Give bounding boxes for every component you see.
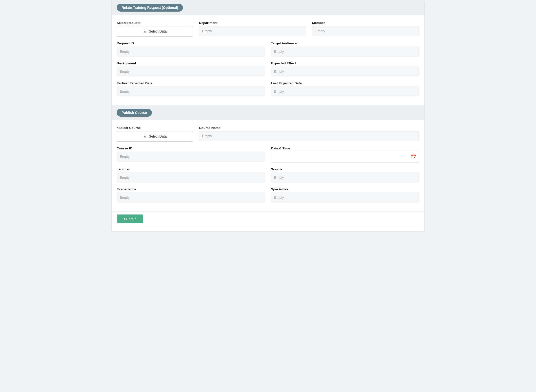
database-icon-2: 🗄 (143, 134, 147, 139)
specialties-placeholder: Empty (274, 196, 284, 199)
database-icon-1: 🗄 (143, 29, 147, 34)
experience-input: Empty (117, 193, 265, 202)
course-id-col: Course ID Empty (117, 146, 265, 162)
request-id-label: Request ID (117, 41, 265, 45)
relate-training-row-2: Request ID Empty Target Audience Empty (117, 41, 419, 56)
page-wrapper: Relate Training Request (Optional) Selec… (111, 0, 425, 232)
target-audience-col: Target Audience Empty (271, 41, 419, 56)
experience-col: Exeperience Empty (117, 187, 265, 202)
earliest-date-input: Empty (117, 87, 265, 96)
select-request-label: Select Request (117, 21, 193, 25)
select-course-col: *Select Course 🗄 Select Data (117, 126, 193, 142)
relate-training-row-3: Background Empty Expected Effect Empty (117, 61, 419, 76)
expected-effect-col: Expected Effect Empty (271, 61, 419, 76)
select-course-label: *Select Course (117, 126, 193, 130)
background-placeholder: Empty (120, 70, 130, 73)
member-placeholder: Empty (315, 29, 325, 33)
publish-course-row-3: Lecturer Empty Source Empty (117, 167, 419, 182)
experience-placeholder: Empty (120, 196, 130, 199)
lecturer-input: Empty (117, 173, 265, 182)
select-request-btn-label: Select Data (149, 29, 167, 33)
request-id-placeholder: Empty (120, 50, 130, 53)
earliest-date-placeholder: Empty (120, 89, 130, 93)
department-placeholder: Empty (202, 29, 212, 33)
last-date-placeholder: Empty (274, 89, 284, 93)
date-time-col: Date & Time 📅 (271, 146, 419, 162)
earliest-date-col: Earliest Expected Date Empty (117, 81, 265, 96)
earliest-date-label: Earliest Expected Date (117, 81, 265, 85)
source-col: Source Empty (271, 167, 419, 182)
department-label: Department (199, 21, 306, 25)
member-col: Member Empty (312, 21, 419, 36)
source-label: Source (271, 167, 419, 171)
member-label: Member (312, 21, 419, 25)
relate-training-row-1: Select Request 🗄 Select Data Department … (117, 21, 419, 36)
date-time-input[interactable]: 📅 (271, 152, 419, 162)
source-placeholder: Empty (274, 176, 284, 179)
last-date-col: Last Expected Date Empty (271, 81, 419, 96)
last-date-label: Last Expected Date (271, 81, 419, 85)
request-id-input: Empty (117, 47, 265, 56)
specialties-label: Specialties (271, 187, 419, 191)
select-course-btn-label: Select Data (149, 134, 167, 138)
background-col: Background Empty (117, 61, 265, 76)
experience-label: Exeperience (117, 187, 265, 191)
publish-course-header-btn[interactable]: Publish Course (117, 109, 152, 117)
relate-training-header-btn[interactable]: Relate Training Request (Optional) (117, 4, 183, 12)
target-audience-input: Empty (271, 47, 419, 56)
course-name-col: Course Name Empty (199, 126, 419, 142)
target-audience-placeholder: Empty (274, 50, 284, 53)
publish-course-row-4: Exeperience Empty Specialties Empty (117, 187, 419, 202)
date-time-label: Date & Time (271, 146, 419, 150)
course-id-placeholder: Empty (120, 155, 130, 159)
background-label: Background (117, 61, 265, 65)
relate-training-section-header: Relate Training Request (Optional) (112, 0, 424, 15)
department-input: Empty (199, 26, 306, 36)
submit-bar: Submit (112, 211, 424, 226)
relate-training-form-body: Select Request 🗄 Select Data Department … (112, 15, 424, 105)
specialties-col: Specialties Empty (271, 187, 419, 202)
select-request-btn[interactable]: 🗄 Select Data (117, 26, 193, 36)
course-id-label: Course ID (117, 146, 265, 150)
expected-effect-label: Expected Effect (271, 61, 419, 65)
course-name-input: Empty (199, 131, 419, 141)
lecturer-label: Lecturer (117, 167, 265, 171)
submit-button[interactable]: Submit (117, 214, 143, 223)
expected-effect-placeholder: Empty (274, 70, 284, 73)
relate-training-row-4: Earliest Expected Date Empty Last Expect… (117, 81, 419, 96)
background-input: Empty (117, 67, 265, 76)
target-audience-label: Target Audience (271, 41, 419, 45)
specialties-input: Empty (271, 193, 419, 202)
select-request-col: Select Request 🗄 Select Data (117, 21, 193, 36)
course-id-input: Empty (117, 152, 265, 161)
publish-course-section-header: Publish Course (112, 105, 424, 120)
publish-course-row-2: Course ID Empty Date & Time 📅 (117, 146, 419, 162)
select-course-btn[interactable]: 🗄 Select Data (117, 131, 193, 142)
course-name-label: Course Name (199, 126, 419, 130)
source-input: Empty (271, 173, 419, 182)
department-col: Department Empty (199, 21, 306, 36)
lecturer-col: Lecturer Empty (117, 167, 265, 182)
required-asterisk: * (117, 126, 118, 130)
lecturer-placeholder: Empty (120, 176, 130, 179)
last-date-input: Empty (271, 87, 419, 96)
publish-course-row-1: *Select Course 🗄 Select Data Course Name… (117, 126, 419, 142)
publish-course-form-body: *Select Course 🗄 Select Data Course Name… (112, 120, 424, 211)
calendar-icon: 📅 (411, 154, 416, 160)
expected-effect-input: Empty (271, 67, 419, 76)
course-name-placeholder: Empty (202, 134, 212, 138)
request-id-col: Request ID Empty (117, 41, 265, 56)
member-input: Empty (312, 26, 419, 36)
